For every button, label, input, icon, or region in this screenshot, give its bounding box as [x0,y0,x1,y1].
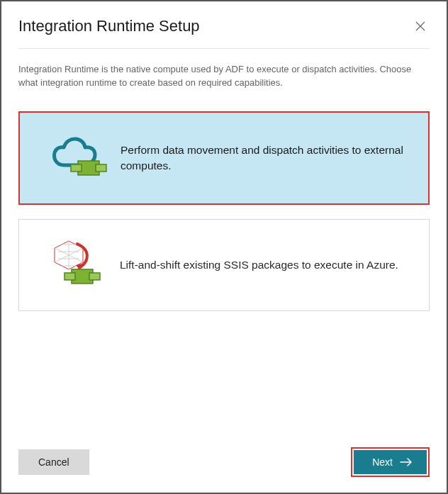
next-button[interactable]: Next [354,450,427,474]
close-icon [414,20,427,33]
option-ssis-label: Lift-and-shift existing SSIS packages to… [120,257,405,273]
option-ssis-runtime[interactable]: Lift-and-shift existing SSIS packages to… [18,219,430,311]
arrow-right-icon [400,458,413,466]
modal-header: Integration Runtime Setup [1,1,447,48]
svg-rect-5 [89,273,100,280]
svg-rect-2 [96,164,106,172]
svg-rect-4 [65,273,75,280]
options-list: Perform data movement and dispatch activ… [1,90,447,311]
option-cloud-runtime[interactable]: Perform data movement and dispatch activ… [18,111,430,205]
cloud-shift-icon [35,130,121,186]
integration-runtime-setup-modal: Integration Runtime Setup Integration Ru… [0,0,448,494]
modal-footer: Cancel Next [1,447,447,493]
close-button[interactable] [411,17,430,35]
option-cloud-label: Perform data movement and dispatch activ… [121,142,413,173]
ssis-shift-icon [35,237,120,293]
modal-description: Integration Runtime is the native comput… [1,49,447,90]
cancel-button[interactable]: Cancel [18,449,89,475]
modal-title: Integration Runtime Setup [18,17,200,35]
svg-rect-1 [71,164,82,172]
next-button-label: Next [372,456,393,468]
next-button-highlight: Next [351,447,430,477]
